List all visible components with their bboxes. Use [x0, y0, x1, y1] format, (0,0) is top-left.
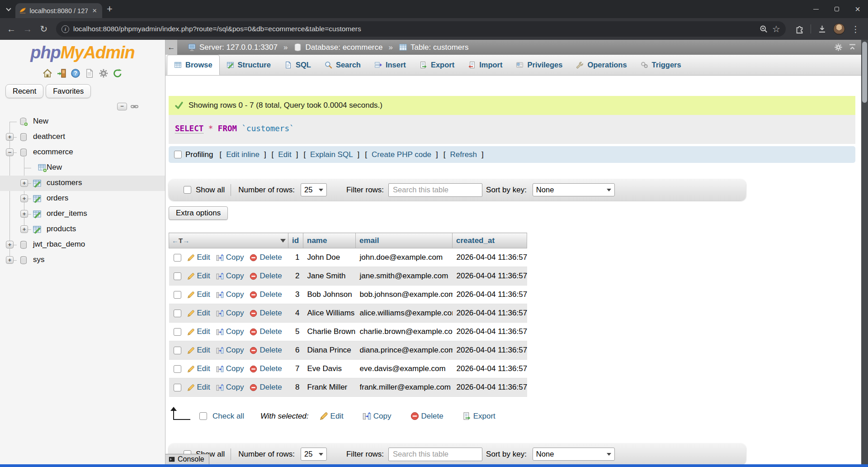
row-copy-link[interactable]: Copy — [216, 290, 244, 299]
row-edit-link[interactable]: Edit — [187, 364, 210, 373]
extensions-icon[interactable] — [795, 24, 804, 34]
number-of-rows-select[interactable]: 25 — [301, 183, 327, 196]
row-edit-link[interactable]: Edit — [187, 327, 210, 336]
back-button[interactable]: ← — [5, 22, 18, 36]
row-select-checkbox[interactable] — [174, 384, 181, 391]
help-icon[interactable] — [71, 68, 80, 78]
row-delete-link[interactable]: Delete — [250, 383, 282, 392]
row-delete-link[interactable]: Delete — [250, 327, 282, 336]
sort-descending-icon[interactable] — [280, 239, 286, 243]
tab-privileges[interactable]: Privileges — [509, 55, 569, 75]
tab-export[interactable]: Export — [413, 55, 461, 75]
tab-search[interactable]: Search — [318, 55, 368, 75]
edit-inline-link[interactable]: Edit inline — [226, 150, 259, 159]
phpmyadmin-logo[interactable]: phpMyAdmin — [0, 43, 165, 62]
refresh-link[interactable]: Refresh — [450, 150, 477, 159]
reload-navigation-icon[interactable] — [113, 68, 123, 78]
row-copy-link[interactable]: Copy — [216, 327, 244, 336]
expand-icon[interactable] — [6, 133, 14, 141]
column-header-id[interactable]: id — [288, 233, 303, 248]
tab-sql[interactable]: SQL — [278, 55, 318, 75]
row-copy-link[interactable]: Copy — [216, 272, 244, 281]
tree-item-orders[interactable]: orders — [0, 191, 165, 206]
row-select-checkbox[interactable] — [174, 347, 181, 354]
sort-by-key-select[interactable]: None — [533, 183, 615, 196]
tree-item-new-table[interactable]: New — [0, 160, 165, 176]
profiling-checkbox[interactable] — [174, 151, 182, 158]
tab-browse[interactable]: Browse — [167, 55, 220, 75]
page-settings-gear-icon[interactable] — [834, 43, 843, 52]
expand-icon[interactable] — [6, 241, 14, 248]
row-select-checkbox[interactable] — [174, 272, 181, 280]
favorites-tab[interactable]: Favorites — [46, 84, 91, 98]
create-php-code-link[interactable]: Create PHP code — [372, 150, 431, 159]
tree-item-customers[interactable]: customers — [0, 176, 165, 191]
row-delete-link[interactable]: Delete — [250, 309, 282, 318]
row-edit-link[interactable]: Edit — [187, 290, 210, 299]
site-info-icon[interactable]: i — [61, 25, 69, 33]
expand-icon[interactable] — [20, 210, 28, 218]
row-edit-link[interactable]: Edit — [187, 383, 210, 392]
row-options-header[interactable]: ←T→ — [169, 233, 288, 248]
column-header-email[interactable]: email — [356, 233, 453, 248]
tree-item-sys[interactable]: sys — [0, 253, 165, 268]
row-delete-link[interactable]: Delete — [250, 290, 282, 299]
tab-structure[interactable]: Structure — [220, 55, 278, 75]
documentation-icon[interactable] — [85, 68, 94, 78]
window-close-button[interactable]: × — [847, 0, 868, 18]
row-delete-link[interactable]: Delete — [250, 364, 282, 373]
link-databases-icon[interactable] — [130, 102, 139, 111]
tree-item-ecommerce[interactable]: ecommerce — [0, 145, 165, 160]
console-tab[interactable]: Console — [165, 454, 209, 464]
tree-item-jwt-rbac-demo[interactable]: jwt_rbac_demo — [0, 237, 165, 253]
browser-tab[interactable]: localhost:8080 / 127.0.0.1 / eco × — [15, 3, 102, 18]
expand-icon[interactable] — [6, 256, 14, 264]
row-select-checkbox[interactable] — [174, 365, 181, 373]
row-select-checkbox[interactable] — [174, 328, 181, 336]
downloads-icon[interactable] — [817, 24, 827, 34]
tab-close-icon[interactable]: × — [91, 7, 99, 14]
row-copy-link[interactable]: Copy — [216, 309, 244, 318]
column-header-name[interactable]: name — [303, 233, 356, 248]
window-maximize-button[interactable] — [826, 0, 847, 18]
row-edit-link[interactable]: Edit — [187, 253, 210, 262]
row-edit-link[interactable]: Edit — [187, 309, 210, 318]
hide-sidebar-button[interactable]: ← — [165, 40, 177, 55]
breadcrumb-database[interactable]: Database: ecommerce — [293, 43, 382, 52]
sql-query-box[interactable]: SELECT * FROM `customers` — [169, 115, 855, 144]
sort-by-key-select[interactable]: None — [533, 448, 615, 461]
row-select-checkbox[interactable] — [174, 254, 181, 262]
tree-item-order-items[interactable]: order_items — [0, 206, 165, 222]
table-filter-input[interactable] — [388, 183, 482, 197]
expand-icon[interactable] — [20, 225, 28, 233]
row-copy-link[interactable]: Copy — [216, 253, 244, 262]
row-delete-link[interactable]: Delete — [250, 253, 282, 262]
column-options-icon[interactable]: ←T→ — [172, 237, 189, 244]
extra-options-button[interactable]: Extra options — [169, 206, 228, 220]
reload-button[interactable]: ↻ — [37, 22, 51, 36]
selected-copy-button[interactable]: Copy — [363, 412, 392, 421]
row-copy-link[interactable]: Copy — [216, 383, 244, 392]
zoom-indicator-icon[interactable] — [759, 24, 768, 33]
selected-edit-button[interactable]: Edit — [320, 412, 344, 421]
row-select-checkbox[interactable] — [174, 310, 181, 317]
collapse-icon[interactable] — [6, 148, 14, 156]
check-all-label[interactable]: Check all — [212, 412, 244, 421]
row-delete-link[interactable]: Delete — [250, 272, 282, 281]
tree-item-new-database[interactable]: New — [0, 114, 165, 129]
settings-gear-icon[interactable] — [99, 68, 108, 78]
forward-button[interactable]: → — [21, 22, 34, 36]
selected-export-button[interactable]: Export — [462, 412, 495, 421]
table-filter-input[interactable] — [388, 448, 482, 461]
collapse-all-button[interactable] — [117, 103, 127, 110]
address-bar[interactable]: i localhost:8080/phpmyadmin/index.php?ro… — [56, 21, 786, 37]
row-copy-link[interactable]: Copy — [216, 346, 244, 355]
scrollbar-thumb[interactable] — [862, 42, 867, 103]
bookmark-star-icon[interactable]: ☆ — [772, 24, 780, 33]
breadcrumb-server[interactable]: Server: 127.0.0.1:3307 — [188, 43, 278, 52]
tree-item-deathcert[interactable]: deathcert — [0, 129, 165, 145]
column-header-created-at[interactable]: created_at — [453, 233, 527, 248]
scroll-to-top-icon[interactable] — [848, 43, 857, 52]
profile-avatar[interactable] — [833, 23, 845, 35]
row-edit-link[interactable]: Edit — [187, 272, 210, 281]
